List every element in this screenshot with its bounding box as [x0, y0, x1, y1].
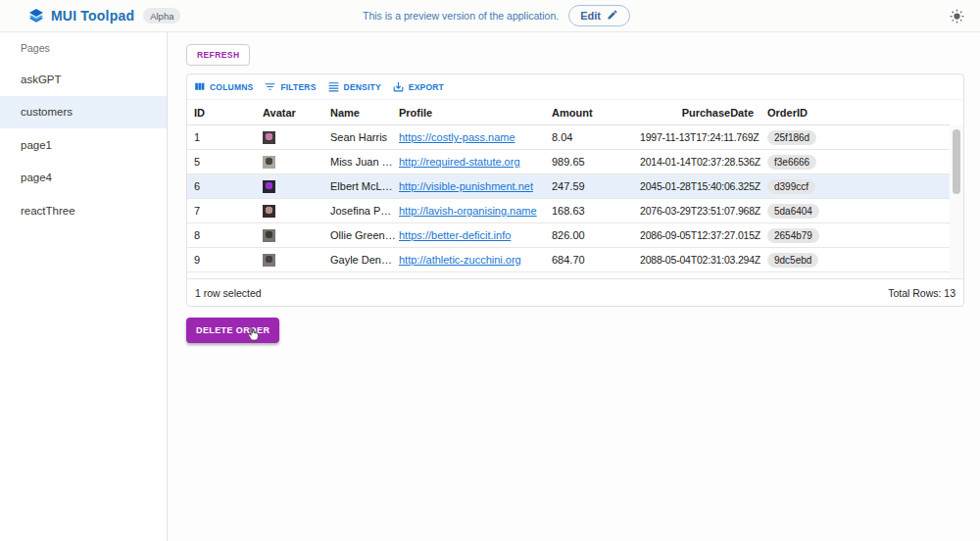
- edit-button[interactable]: Edit: [568, 5, 630, 26]
- refresh-button[interactable]: REFRESH: [186, 44, 250, 66]
- cell-purchase-date: 1997-11-13T17:24:11.769Z: [633, 131, 760, 143]
- cell-name: Gayle Den…: [323, 254, 392, 266]
- preview-banner-text: This is a preview version of the applica…: [363, 10, 559, 22]
- cell-avatar: [256, 205, 323, 218]
- app-title: MUI Toolpad: [51, 8, 134, 24]
- table-row[interactable]: 6Elbert McL…http://visible-punishment.ne…: [187, 174, 950, 199]
- column-header-purchasedate[interactable]: PurchaseDate: [633, 107, 760, 119]
- cell-name: Miss Juan …: [323, 156, 392, 168]
- export-icon: [392, 80, 405, 93]
- table-row[interactable]: 5Miss Juan …http://required-statute.org9…: [187, 150, 950, 174]
- cell-profile: https://costly-pass.name: [392, 131, 545, 143]
- columns-button[interactable]: COLUMNS: [189, 78, 257, 95]
- cell-purchase-date: 2014-01-14T02:37:28.536Z: [633, 156, 760, 168]
- pencil-icon: [607, 9, 618, 23]
- filters-icon: [264, 80, 276, 93]
- avatar: [263, 254, 275, 267]
- cell-amount: 8.04: [545, 131, 633, 143]
- cell-name: Josefina P…: [323, 205, 392, 217]
- cell-id: 7: [187, 205, 256, 217]
- order-id-chip: f3e6666: [767, 155, 816, 170]
- cell-order-id: f3e6666: [760, 155, 950, 170]
- cell-profile: http://required-statute.org: [392, 156, 545, 168]
- column-header-avatar[interactable]: Avatar: [256, 107, 323, 119]
- profile-link[interactable]: http://required-statute.org: [399, 156, 520, 168]
- profile-link[interactable]: https://costly-pass.name: [399, 131, 515, 143]
- cell-name: Elbert McL…: [323, 180, 392, 192]
- top-bar: MUI Toolpad Alpha This is a preview vers…: [0, 0, 980, 32]
- grid-rows: 1Sean Harrishttps://costly-pass.name8.04…: [187, 125, 963, 278]
- cell-id: 9: [187, 254, 256, 266]
- sidebar-header: Pages: [0, 40, 167, 56]
- cell-amount: 826.00: [545, 229, 633, 241]
- data-grid: COLUMNSFILTERSDENSITYEXPORT IDAvatarName…: [186, 74, 964, 307]
- delete-order-button[interactable]: DELETE ORDER: [186, 318, 279, 343]
- table-row[interactable]: 8Ollie Green…https://better-deficit.info…: [187, 223, 950, 248]
- sidebar: Pages askGPTcustomerspage1page4reactThre…: [0, 32, 168, 541]
- sidebar-item-page4[interactable]: page4: [0, 162, 167, 195]
- order-id-chip: 25f186d: [767, 130, 816, 145]
- grid-footer: 1 row selected Total Rows: 13: [187, 278, 963, 306]
- cell-id: 6: [187, 180, 256, 192]
- cell-profile: http://lavish-organising.name: [392, 205, 545, 217]
- profile-link[interactable]: http://athletic-zucchini.org: [399, 254, 521, 266]
- cell-purchase-date: 2076-03-29T23:51:07.968Z: [633, 205, 760, 217]
- mouse-pointer-icon: [246, 325, 261, 346]
- cell-avatar: [256, 254, 323, 267]
- cell-profile: https://better-deficit.info: [392, 229, 545, 241]
- profile-link[interactable]: http://lavish-organising.name: [399, 205, 537, 217]
- cell-id: 5: [187, 156, 256, 168]
- order-id-chip: 9dc5ebd: [767, 253, 818, 268]
- cell-avatar: [256, 131, 323, 144]
- grid-header-row: IDAvatarNameProfileAmountPurchaseDateOrd…: [187, 100, 950, 125]
- cell-order-id: 9dc5ebd: [760, 253, 950, 268]
- order-id-chip: d399ccf: [767, 179, 815, 194]
- cell-order-id: 25f186d: [760, 130, 950, 145]
- cell-avatar: [256, 229, 323, 242]
- cell-amount: 684.70: [545, 254, 633, 266]
- cell-profile: http://athletic-zucchini.org: [392, 254, 545, 266]
- theme-toggle-icon[interactable]: [950, 9, 964, 24]
- export-button[interactable]: EXPORT: [388, 78, 448, 95]
- cell-id: 8: [187, 229, 256, 241]
- column-header-id[interactable]: ID: [187, 107, 256, 119]
- density-button[interactable]: DENSITY: [323, 78, 385, 95]
- column-header-profile[interactable]: Profile: [392, 107, 545, 119]
- cell-amount: 168.63: [545, 205, 633, 217]
- vertical-scrollbar[interactable]: [950, 125, 963, 278]
- scrollbar-thumb[interactable]: [953, 129, 960, 194]
- profile-link[interactable]: https://better-deficit.info: [399, 229, 511, 241]
- sidebar-item-askGPT[interactable]: askGPT: [0, 63, 167, 96]
- order-id-chip: 2654b79: [767, 228, 819, 243]
- avatar: [263, 229, 275, 242]
- profile-link[interactable]: http://visible-punishment.net: [399, 180, 533, 192]
- avatar: [263, 180, 275, 193]
- column-header-orderid[interactable]: OrderID: [760, 107, 950, 119]
- cell-amount: 989.65: [545, 156, 633, 168]
- sidebar-item-reactThree[interactable]: reactThree: [0, 194, 167, 227]
- cell-profile: http://visible-punishment.net: [392, 180, 545, 192]
- density-icon: [327, 80, 340, 93]
- cell-name: Sean Harris: [323, 131, 392, 143]
- sidebar-item-page1[interactable]: page1: [0, 128, 167, 162]
- cell-id: 1: [187, 131, 256, 143]
- total-rows: Total Rows: 13: [888, 287, 956, 299]
- table-row[interactable]: 1Sean Harrishttps://costly-pass.name8.04…: [187, 125, 950, 150]
- order-id-chip: 5da6404: [767, 204, 819, 219]
- column-header-name[interactable]: Name: [323, 107, 392, 119]
- filters-button[interactable]: FILTERS: [260, 78, 319, 95]
- cell-amount: 247.59: [545, 180, 633, 192]
- table-row[interactable]: 7Josefina P…http://lavish-organising.nam…: [187, 199, 950, 223]
- avatar: [263, 205, 275, 218]
- avatar: [263, 131, 275, 144]
- cell-avatar: [256, 180, 323, 193]
- alpha-badge: Alpha: [143, 8, 180, 24]
- cell-avatar: [256, 156, 323, 169]
- columns-icon: [193, 80, 206, 93]
- column-header-amount[interactable]: Amount: [545, 107, 633, 119]
- table-row[interactable]: 9Gayle Den…http://athletic-zucchini.org6…: [187, 248, 950, 272]
- cell-purchase-date: 2045-01-28T15:40:06.325Z: [633, 180, 760, 192]
- sidebar-item-customers[interactable]: customers: [0, 96, 167, 129]
- cell-order-id: 5da6404: [760, 204, 950, 219]
- main-content: REFRESH COLUMNSFILTERSDENSITYEXPORT IDAv…: [168, 32, 980, 541]
